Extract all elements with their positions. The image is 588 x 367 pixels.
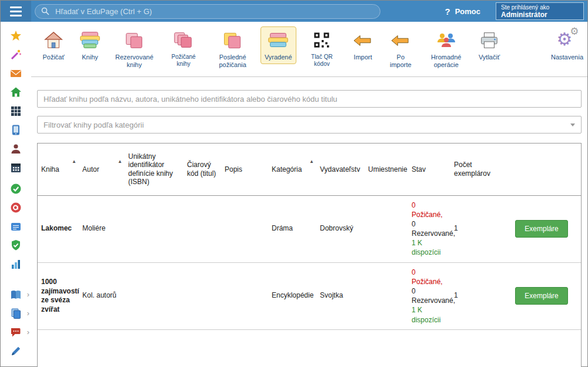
- category-filter-placeholder: Filtrovať knihy podľa kategórii: [44, 121, 144, 129]
- toolbar-item-pozicane-knihy[interactable]: Požičané knihy: [162, 26, 205, 70]
- chevron-down-icon: [570, 124, 575, 126]
- col-header-vydavatelstvo[interactable]: Vydavateľstv: [316, 144, 365, 195]
- category-filter-select[interactable]: Filtrovať knihy podľa kategórii: [37, 116, 582, 134]
- after-import-arrow-icon: [389, 29, 412, 52]
- timetable-grid-icon: [10, 105, 22, 117]
- toolbar-item-knihy[interactable]: Knihy: [74, 26, 106, 64]
- cell-actions: Exempláre: [501, 262, 581, 329]
- sidebar-item-calendar[interactable]: [1, 158, 31, 177]
- sort-asc-icon: ▲: [72, 159, 76, 165]
- col-header-popis[interactable]: Popis: [221, 144, 268, 195]
- sidebar: › › ›: [1, 22, 31, 366]
- col-header-ciarovy-kod[interactable]: Čiarový kód (titul): [183, 144, 221, 195]
- toolbar-item-tlac-qr-kodov[interactable]: Tlač QR kódov: [301, 26, 343, 70]
- chat-icon: [10, 326, 22, 338]
- hamburger-menu-button[interactable]: [1, 1, 31, 22]
- cell-ciarovy-kod: [183, 195, 221, 262]
- star-icon: [10, 30, 22, 42]
- sidebar-item-editor[interactable]: [1, 342, 31, 361]
- sidebar-item-favorites[interactable]: [1, 26, 31, 45]
- import-arrow-icon: [352, 29, 374, 52]
- cell-kniha: 1000 zajímavostí ze svéza zvířat: [38, 262, 79, 329]
- col-header-stav[interactable]: Stav: [408, 144, 450, 195]
- global-search-input[interactable]: [54, 6, 374, 16]
- sidebar-item-devices[interactable]: [1, 121, 31, 139]
- toolbar-item-hromadne-operacie[interactable]: Hromadné operácie: [423, 26, 469, 71]
- col-header-kategoria[interactable]: Kategória▲: [268, 144, 316, 195]
- col-header-umiestnenie[interactable]: Umiestnenie: [365, 144, 408, 195]
- red-badge-icon: [10, 202, 22, 213]
- sidebar-item-wizard[interactable]: [1, 45, 31, 64]
- toolbar-item-vytlacit[interactable]: Vytlačiť: [474, 26, 505, 64]
- logged-in-box[interactable]: Ste prihlásený ako Administrátor: [496, 2, 584, 20]
- toolbar-item-import[interactable]: Import: [348, 26, 378, 64]
- sidebar-item-communication[interactable]: ›: [1, 323, 31, 342]
- discarded-stack-icon: [266, 29, 290, 52]
- cell-umiestnenie: [365, 262, 408, 329]
- chevron-right-icon: ›: [27, 328, 29, 336]
- sidebar-item-home[interactable]: [1, 83, 31, 102]
- toolbar-item-rezervovane-knihy[interactable]: Rezervované knihy: [111, 26, 158, 71]
- status-reserved: 0 Rezervované,: [412, 287, 455, 305]
- cell-umiestnenie: [365, 195, 408, 262]
- recent-loans-icon: [222, 29, 244, 52]
- col-header-kniha[interactable]: Kniha▲: [38, 144, 79, 195]
- book-search-input[interactable]: [37, 90, 582, 108]
- pages-icon: [10, 308, 22, 319]
- chevron-right-icon: ›: [27, 290, 29, 299]
- help-icon: ?: [445, 6, 450, 16]
- reserved-books-icon: [123, 29, 145, 52]
- col-header-actions: [501, 144, 581, 195]
- sidebar-item-timetable[interactable]: [1, 102, 31, 121]
- cell-vydavatelstvo: Dobrovský: [316, 195, 365, 262]
- toolbar-item-posledne-pozicania[interactable]: Posledné požičania: [209, 26, 255, 71]
- gears-icon: ⚙⚙: [555, 29, 579, 52]
- borrowed-books-icon: [172, 29, 195, 52]
- col-header-pocet-exemplarov[interactable]: Počet exemplárov: [450, 144, 501, 195]
- status-borrowed: 0 Požičané,: [412, 201, 443, 219]
- cell-isbn: [125, 195, 183, 262]
- pen-icon: [10, 345, 22, 357]
- book-stack-icon: [78, 29, 102, 52]
- sidebar-item-results[interactable]: [1, 255, 31, 273]
- table-row: Lakomec Moliére Dráma Dobrovský 0 Požiča…: [38, 195, 581, 262]
- toolbar-item-po-importe[interactable]: Po importe: [383, 26, 418, 71]
- sidebar-item-profile[interactable]: [1, 139, 31, 158]
- sidebar-item-library[interactable]: ›: [1, 285, 31, 304]
- exemplare-button[interactable]: Exempláre: [515, 287, 567, 305]
- exemplare-button[interactable]: Exempláre: [515, 220, 567, 238]
- col-header-autor[interactable]: Autor▲: [79, 144, 125, 195]
- help-button[interactable]: ? Pomoc: [445, 6, 480, 16]
- check-circle-icon: [10, 183, 22, 195]
- chevron-right-icon: ›: [27, 309, 29, 318]
- sidebar-item-payments[interactable]: [1, 217, 31, 236]
- global-search[interactable]: [35, 4, 380, 19]
- col-header-isbn[interactable]: Unikátny identifikátor definície knihy (…: [125, 144, 183, 195]
- tablet-icon: [10, 124, 22, 136]
- toolbar-item-pozicat[interactable]: Požičať: [38, 26, 69, 64]
- lend-house-icon: [42, 29, 65, 52]
- cell-autor: Moliére: [79, 195, 125, 262]
- books-table: Kniha▲ Autor▲ Unikátny identifikátor def…: [37, 143, 582, 367]
- status-reserved: 0 Rezervované,: [412, 220, 455, 238]
- person-icon: [10, 143, 22, 155]
- toolbar-item-vyradene[interactable]: Vyradené: [260, 26, 296, 64]
- sidebar-item-attendance[interactable]: [1, 179, 31, 198]
- table-row: 1000 zajímavostí ze svéza zvířat Kol. au…: [38, 262, 581, 329]
- cell-kategoria: Encyklopédie: [268, 262, 316, 329]
- toolbar-item-nastavenia[interactable]: ⚙⚙ Nastavenia: [547, 26, 587, 64]
- sidebar-item-documents[interactable]: ›: [1, 304, 31, 323]
- cell-popis: [221, 262, 268, 329]
- sort-asc-icon: ▲: [118, 159, 122, 165]
- sidebar-item-agenda[interactable]: [1, 198, 31, 217]
- cell-isbn: [125, 262, 183, 329]
- sidebar-item-messages[interactable]: [1, 64, 31, 83]
- group-people-icon: [435, 29, 458, 52]
- shield-check-icon: [10, 239, 22, 251]
- envelope-icon: [10, 68, 22, 79]
- cell-ciarovy-kod: [183, 262, 221, 329]
- status-available: 1 K dispozícii: [412, 306, 440, 323]
- hamburger-icon: [10, 6, 22, 16]
- sidebar-item-security[interactable]: [1, 236, 31, 255]
- main-content: Filtrovať knihy podľa kategórii Kniha▲ A…: [31, 77, 587, 366]
